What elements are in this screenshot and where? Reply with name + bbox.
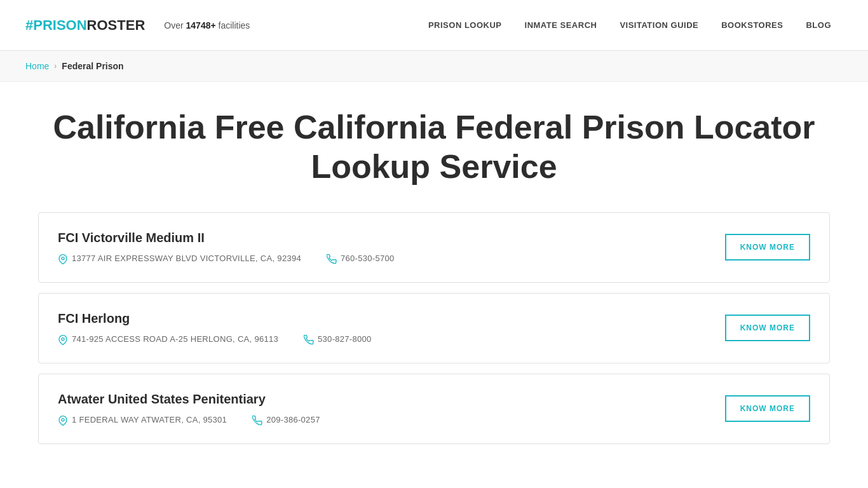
facility-address: 1 FEDERAL WAY ATWATER, CA, 95301 <box>58 414 227 426</box>
breadcrumb-home[interactable]: Home <box>25 61 49 71</box>
logo-prison: PRISON <box>33 17 86 34</box>
nav-prison-lookup[interactable]: PRISON LOOKUP <box>417 20 513 30</box>
location-icon <box>58 334 68 345</box>
location-icon <box>58 253 68 264</box>
facility-phone: 760-530-5700 <box>327 253 395 264</box>
breadcrumb-separator: › <box>54 62 57 71</box>
know-more-button[interactable]: KNOW MORE <box>725 395 810 422</box>
svg-point-2 <box>62 418 64 421</box>
facility-info: FCI Victorville Medium II 13777 AIR EXPR… <box>58 231 706 264</box>
address-text: 741-925 ACCESS ROAD A-25 HERLONG, CA, 96… <box>72 334 278 344</box>
phone-text: 209-386-0257 <box>266 415 320 424</box>
site-header: #PRISONROSTER Over 14748+ facilities PRI… <box>0 0 868 51</box>
phone-icon <box>327 253 337 264</box>
phone-icon <box>304 334 314 345</box>
table-row: FCI Herlong 741-925 ACCESS ROAD A-25 HER… <box>38 293 830 363</box>
phone-text: 760-530-5700 <box>341 254 395 263</box>
facility-info: Atwater United States Penitentiary 1 FED… <box>58 392 706 426</box>
facility-address: 741-925 ACCESS ROAD A-25 HERLONG, CA, 96… <box>58 334 278 345</box>
facilities-number: 14748+ <box>186 20 216 30</box>
nav-visitation-guide[interactable]: VISITATION GUIDE <box>608 20 710 30</box>
facility-name: FCI Herlong <box>58 311 706 326</box>
nav-bookstores[interactable]: BOOKSTORES <box>710 20 794 30</box>
know-more-button[interactable]: KNOW MORE <box>725 234 810 261</box>
facility-details: 13777 AIR EXPRESSWAY BLVD VICTORVILLE, C… <box>58 253 706 264</box>
breadcrumb: Home › Federal Prison <box>0 51 868 82</box>
address-text: 1 FEDERAL WAY ATWATER, CA, 95301 <box>72 415 227 424</box>
facility-details: 1 FEDERAL WAY ATWATER, CA, 95301 209-386… <box>58 414 706 426</box>
location-icon <box>58 414 68 426</box>
svg-point-1 <box>62 337 64 340</box>
facility-details: 741-925 ACCESS ROAD A-25 HERLONG, CA, 96… <box>58 334 706 345</box>
facility-phone: 530-827-8000 <box>304 334 372 345</box>
facility-name: FCI Victorville Medium II <box>58 231 706 245</box>
know-more-button[interactable]: KNOW MORE <box>725 315 810 341</box>
facilities-count-text: Over 14748+ facilities <box>164 20 250 30</box>
address-text: 13777 AIR EXPRESSWAY BLVD VICTORVILLE, C… <box>72 254 301 263</box>
facility-name: Atwater United States Penitentiary <box>58 392 706 407</box>
facility-address: 13777 AIR EXPRESSWAY BLVD VICTORVILLE, C… <box>58 253 301 264</box>
facility-info: FCI Herlong 741-925 ACCESS ROAD A-25 HER… <box>58 311 706 345</box>
facility-phone: 209-386-0257 <box>252 414 320 426</box>
page-title: California Free California Federal Priso… <box>38 107 830 187</box>
logo-roster: ROSTER <box>87 17 146 34</box>
logo-hash: # <box>25 17 33 34</box>
table-row: Atwater United States Penitentiary 1 FED… <box>38 374 830 444</box>
svg-point-0 <box>62 257 64 259</box>
breadcrumb-current: Federal Prison <box>62 61 123 71</box>
main-content: California Free California Federal Priso… <box>0 82 868 488</box>
nav-inmate-search[interactable]: INMATE SEARCH <box>513 20 609 30</box>
phone-text: 530-827-8000 <box>318 334 372 344</box>
nav-blog[interactable]: BLOG <box>794 20 843 30</box>
table-row: FCI Victorville Medium II 13777 AIR EXPR… <box>38 212 830 283</box>
site-logo[interactable]: #PRISONROSTER <box>25 17 145 34</box>
facility-list: FCI Victorville Medium II 13777 AIR EXPR… <box>38 212 830 444</box>
phone-icon <box>252 414 262 426</box>
main-nav: PRISON LOOKUP INMATE SEARCH VISITATION G… <box>417 20 843 30</box>
